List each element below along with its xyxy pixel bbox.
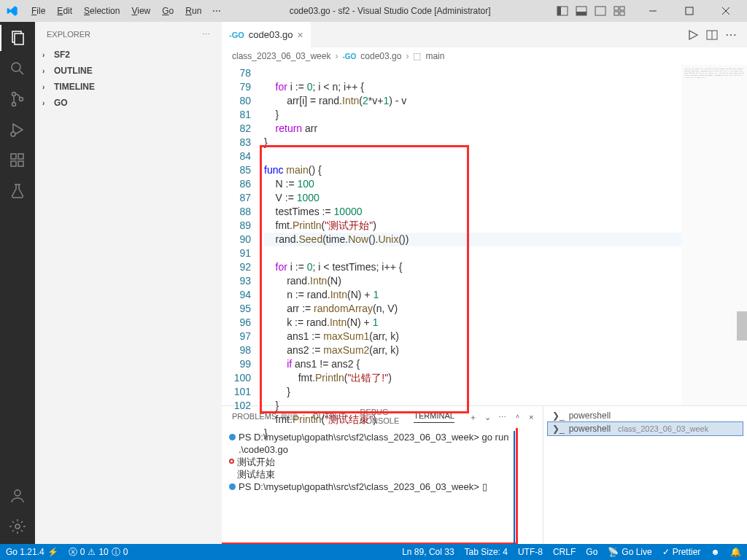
split-icon[interactable] bbox=[706, 29, 718, 41]
layout-bottom-icon[interactable] bbox=[573, 3, 589, 19]
menu-go[interactable]: Go bbox=[157, 4, 179, 18]
svg-rect-24 bbox=[18, 154, 23, 159]
window-controls bbox=[638, 1, 741, 20]
svg-rect-7 bbox=[614, 12, 619, 15]
tab-close-icon[interactable]: × bbox=[298, 29, 303, 41]
menu-overflow-icon[interactable]: ⋯ bbox=[208, 4, 225, 18]
minimap-slider[interactable] bbox=[737, 311, 747, 341]
menu-run[interactable]: Run bbox=[180, 4, 206, 18]
svg-line-16 bbox=[20, 71, 23, 74]
layout-left-icon[interactable] bbox=[554, 3, 570, 19]
vscode-logo-icon bbox=[6, 4, 19, 18]
status-prettier[interactable]: ✓Prettier bbox=[662, 547, 701, 557]
breadcrumb-file[interactable]: code03.go bbox=[360, 51, 401, 61]
layout-controls bbox=[554, 3, 627, 19]
terminal-cursor: ▯ bbox=[482, 481, 487, 492]
tab-label: code03.go bbox=[249, 29, 293, 40]
explorer-more-icon[interactable]: ⋯ bbox=[202, 30, 210, 39]
close-icon[interactable] bbox=[711, 1, 741, 20]
svg-rect-10 bbox=[686, 7, 693, 15]
info-icon: ⓘ bbox=[112, 546, 120, 559]
status-cursor-pos[interactable]: Ln 89, Col 33 bbox=[402, 547, 454, 557]
svg-rect-5 bbox=[614, 7, 619, 10]
svg-point-19 bbox=[20, 98, 23, 101]
settings-gear-icon[interactable] bbox=[7, 516, 28, 537]
testing-icon[interactable] bbox=[7, 181, 28, 201]
breadcrumb-folder[interactable]: class_2023_06_03_week bbox=[232, 51, 330, 61]
prompt-indicator-icon bbox=[229, 483, 236, 490]
breadcrumb[interactable]: class_2023_06_03_week › -GO code03.go › … bbox=[222, 47, 747, 65]
error-icon: ⓧ bbox=[69, 546, 77, 559]
editor-group: -GO code03.go × ⋯ class_2023_06_03_week … bbox=[222, 22, 747, 544]
status-eol[interactable]: CRLF bbox=[553, 547, 576, 557]
layout-grid-icon[interactable] bbox=[611, 3, 627, 19]
chevron-right-icon: › bbox=[42, 51, 51, 59]
chevron-right-icon: › bbox=[42, 83, 51, 91]
terminal-output[interactable]: PS D:\mysetup\gopath\src\sf2\class_2023_… bbox=[222, 428, 543, 544]
svg-rect-6 bbox=[620, 7, 624, 10]
svg-rect-22 bbox=[11, 161, 16, 166]
prompt-indicator-icon bbox=[229, 434, 236, 440]
explorer-title: EXPLORER bbox=[47, 30, 90, 39]
code-content[interactable]: for i := 0; i < n; i++ { arr[i] = rand.I… bbox=[264, 65, 681, 405]
menu-file[interactable]: File bbox=[26, 4, 50, 18]
svg-rect-21 bbox=[11, 154, 16, 159]
code-editor[interactable]: 7879808182838485868788899091929394959697… bbox=[222, 65, 747, 405]
lightning-icon: ⚡ bbox=[47, 547, 58, 557]
run-icon[interactable] bbox=[687, 29, 699, 41]
chevron-right-icon: › bbox=[406, 51, 409, 61]
warning-icon: ⚠ bbox=[88, 547, 96, 557]
minimap-content: func for if return arr rand Intn Println… bbox=[681, 65, 747, 82]
explorer-icon[interactable] bbox=[7, 28, 28, 48]
chevron-right-icon: › bbox=[42, 67, 51, 75]
status-go-version[interactable]: Go 1.21.4 ⚡ bbox=[6, 547, 58, 557]
main-area: EXPLORER ⋯ ›SF2 ›OUTLINE ›TIMELINE ›GO -… bbox=[0, 22, 747, 544]
layout-right-icon[interactable] bbox=[592, 3, 608, 19]
svg-rect-23 bbox=[18, 161, 23, 166]
status-bell-icon[interactable]: 🔔 bbox=[730, 547, 741, 557]
svg-point-25 bbox=[15, 490, 20, 496]
svg-rect-14 bbox=[15, 34, 23, 44]
menu-edit[interactable]: Edit bbox=[52, 4, 77, 18]
tab-bar: -GO code03.go × ⋯ bbox=[222, 22, 747, 47]
menu-selection[interactable]: Selection bbox=[79, 4, 125, 18]
section-go[interactable]: ›GO bbox=[35, 95, 222, 111]
svg-point-17 bbox=[12, 93, 16, 96]
section-timeline[interactable]: ›TIMELINE bbox=[35, 79, 222, 95]
search-icon[interactable] bbox=[7, 58, 28, 79]
status-encoding[interactable]: UTF-8 bbox=[518, 547, 543, 557]
menubar: File Edit Selection View Go Run ⋯ code03… bbox=[0, 0, 747, 22]
menu-view[interactable]: View bbox=[126, 4, 155, 18]
section-outline[interactable]: ›OUTLINE bbox=[35, 63, 222, 79]
breadcrumb-symbol[interactable]: main bbox=[425, 51, 444, 61]
svg-rect-8 bbox=[620, 12, 624, 15]
svg-rect-1 bbox=[557, 7, 561, 15]
status-problems[interactable]: ⓧ0 ⚠10 ⓘ0 bbox=[69, 546, 128, 559]
editor-more-icon[interactable]: ⋯ bbox=[725, 28, 737, 42]
extensions-icon[interactable] bbox=[7, 150, 28, 171]
explorer-sidebar: EXPLORER ⋯ ›SF2 ›OUTLINE ›TIMELINE ›GO bbox=[35, 22, 222, 544]
status-feedback-icon[interactable]: ☻ bbox=[711, 547, 720, 557]
svg-point-18 bbox=[12, 103, 16, 106]
status-language[interactable]: Go bbox=[586, 547, 597, 557]
svg-rect-3 bbox=[576, 12, 587, 15]
minimize-icon[interactable] bbox=[638, 1, 668, 20]
source-control-icon[interactable] bbox=[7, 89, 28, 109]
go-file-icon: -GO bbox=[342, 52, 356, 61]
chevron-right-icon: › bbox=[42, 99, 51, 107]
minimap[interactable]: func for if return arr rand Intn Println… bbox=[681, 65, 747, 405]
window-title: code03.go - sf2 - Visual Studio Code [Ad… bbox=[227, 6, 553, 16]
go-file-icon: -GO bbox=[229, 31, 244, 39]
status-go-live[interactable]: 📡Go Live bbox=[608, 547, 651, 557]
activity-bar bbox=[0, 22, 35, 544]
status-tab-size[interactable]: Tab Size: 4 bbox=[465, 547, 508, 557]
terminal-indicator bbox=[514, 431, 515, 544]
broadcast-icon: 📡 bbox=[608, 547, 619, 557]
tab-code03[interactable]: -GO code03.go × bbox=[222, 22, 311, 47]
run-debug-icon[interactable] bbox=[7, 120, 28, 140]
section-sf2[interactable]: ›SF2 bbox=[35, 47, 222, 63]
account-icon[interactable] bbox=[7, 486, 28, 506]
symbol-icon: ⬚ bbox=[413, 51, 421, 61]
maximize-icon[interactable] bbox=[674, 1, 705, 20]
check-icon: ✓ bbox=[662, 547, 670, 557]
